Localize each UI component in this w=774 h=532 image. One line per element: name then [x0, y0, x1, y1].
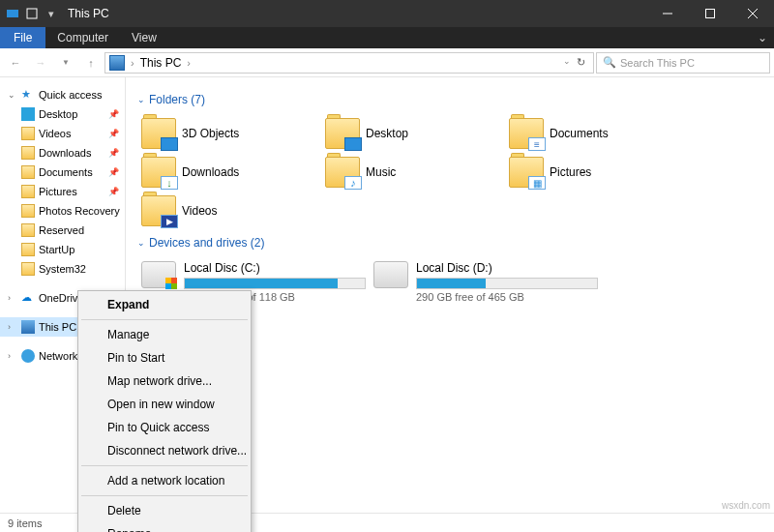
chevron-right-icon[interactable]: › — [8, 322, 17, 332]
sidebar-item-label: Network — [39, 350, 77, 362]
watermark: wsxdn.com — [722, 500, 770, 511]
section-title: Devices and drives (2) — [149, 236, 264, 250]
context-menu-item[interactable]: Pin to Quick access — [80, 416, 249, 439]
folder-label: Videos — [182, 204, 217, 218]
folder-label: Desktop — [366, 127, 408, 140]
sidebar-item-label: StartUp — [39, 244, 74, 255]
folder-icon — [141, 118, 176, 149]
drive-name: Local Disc (C:) — [184, 261, 366, 275]
folder-label: Pictures — [550, 165, 591, 179]
up-button[interactable]: ↑ — [79, 51, 103, 74]
sidebar-item-reserved[interactable]: Reserved — [0, 221, 125, 240]
context-menu-item[interactable]: Open in new window — [80, 393, 249, 416]
sidebar-item-desktop[interactable]: Desktop📌 — [0, 104, 125, 124]
search-placeholder: Search This PC — [620, 57, 695, 69]
folder-item[interactable]: Downloads — [137, 153, 321, 192]
qat-dropdown-icon[interactable]: ▾ — [45, 7, 58, 20]
minimize-button[interactable] — [646, 0, 689, 27]
pin-icon: 📌 — [108, 129, 119, 138]
context-menu-item[interactable]: Pin to Start — [80, 346, 249, 369]
search-input[interactable]: 🔍 Search This PC — [596, 52, 770, 74]
status-item-count: 9 items — [8, 517, 42, 529]
breadcrumb-location[interactable]: This PC — [140, 56, 182, 70]
drive-item[interactable]: Local Disc (D:)290 GB free of 465 GB — [370, 257, 602, 307]
drive-usage-bar — [416, 278, 598, 289]
window-title: This PC — [64, 7, 109, 20]
folder-label: 3D Objects — [182, 127, 239, 140]
folder-icon — [141, 195, 176, 226]
chevron-down-icon[interactable]: ⌄ — [8, 90, 17, 100]
forward-button[interactable]: → — [29, 51, 52, 74]
folder-item[interactable]: Music — [321, 153, 505, 192]
context-menu-item[interactable]: Rename — [80, 522, 249, 532]
address-dropdown-icon[interactable]: ⌄ — [563, 56, 571, 69]
chevron-right-icon[interactable]: › — [8, 293, 17, 303]
context-menu-item[interactable]: Map network drive... — [80, 369, 249, 393]
chevron-right-icon[interactable]: › — [8, 351, 17, 361]
sidebar-item-label: Documents — [39, 166, 93, 178]
tab-view[interactable]: View — [120, 27, 168, 48]
address-bar[interactable]: › This PC › ⌄ ↻ — [104, 52, 594, 74]
folder-icon — [21, 127, 35, 140]
section-header-drives[interactable]: ⌄ Devices and drives (2) — [137, 236, 762, 250]
folder-icon — [21, 262, 35, 276]
sidebar-item-label: Quick access — [39, 89, 102, 101]
folder-item[interactable]: Videos — [137, 192, 321, 230]
breadcrumb-separator: › — [185, 57, 193, 69]
sidebar-item-label: Desktop — [39, 108, 77, 120]
drive-name: Local Disc (D:) — [416, 261, 598, 275]
qat-icon[interactable] — [25, 7, 39, 20]
back-button[interactable]: ← — [4, 51, 27, 74]
tab-computer[interactable]: Computer — [45, 27, 120, 48]
folder-icon — [21, 185, 35, 198]
sidebar-item-videos[interactable]: Videos📌 — [0, 124, 125, 143]
context-menu-item[interactable]: Disconnect network drive... — [80, 439, 249, 462]
folder-icon — [141, 157, 176, 188]
navigation-bar: ← → ▼ ↑ › This PC › ⌄ ↻ 🔍 Search This PC — [0, 48, 774, 77]
drive-usage-bar — [184, 278, 366, 289]
folder-icon — [21, 223, 35, 237]
folder-item[interactable]: Documents — [505, 114, 689, 153]
folder-icon — [509, 118, 544, 149]
folder-item[interactable]: Desktop — [321, 114, 505, 153]
refresh-icon[interactable]: ↻ — [573, 56, 589, 69]
folder-item[interactable]: 3D Objects — [137, 114, 321, 153]
drive-icon — [141, 261, 176, 288]
context-menu-item[interactable]: Manage — [80, 323, 249, 346]
sidebar-item-downloads[interactable]: Downloads📌 — [0, 143, 125, 163]
sidebar-item-pictures[interactable]: Pictures📌 — [0, 182, 125, 201]
tab-file[interactable]: File — [0, 27, 45, 48]
folder-icon — [325, 118, 360, 149]
context-menu-item[interactable]: Delete — [80, 499, 249, 522]
sidebar-item-startup[interactable]: StartUp — [0, 240, 125, 259]
sidebar-item-label: This PC — [39, 321, 76, 333]
section-header-folders[interactable]: ⌄ Folders (7) — [137, 93, 762, 106]
context-menu-item[interactable]: Add a network location — [80, 469, 249, 492]
this-pc-icon — [109, 55, 125, 71]
folder-icon — [325, 157, 360, 188]
star-icon: ★ — [21, 88, 35, 102]
sidebar-item-label: Reserved — [39, 224, 84, 236]
sidebar-item-photos-recovery[interactable]: Photos Recovery — [0, 201, 125, 221]
maximize-button[interactable] — [689, 0, 731, 27]
ribbon-expand-icon[interactable]: ⌄ — [751, 27, 774, 48]
sidebar-item-system32[interactable]: System32 — [0, 259, 125, 279]
context-menu-separator — [81, 319, 248, 320]
system-menu-icon[interactable] — [6, 7, 19, 20]
desktop-icon — [21, 107, 35, 121]
sidebar-item-label: Videos — [39, 128, 71, 139]
folder-item[interactable]: Pictures — [505, 153, 689, 192]
section-title: Folders (7) — [149, 93, 205, 106]
folder-icon — [21, 146, 35, 160]
sidebar-item-quick-access[interactable]: ⌄ ★ Quick access — [0, 85, 125, 104]
network-icon — [21, 349, 35, 363]
svg-rect-3 — [706, 10, 715, 18]
sidebar-item-documents[interactable]: Documents📌 — [0, 163, 125, 182]
pin-icon: 📌 — [108, 109, 119, 119]
close-button[interactable] — [731, 0, 774, 27]
recent-locations-button[interactable]: ▼ — [54, 51, 77, 74]
folder-label: Music — [366, 165, 396, 179]
context-menu-separator — [81, 465, 248, 466]
context-menu-item[interactable]: Expand — [80, 293, 249, 316]
svg-rect-0 — [7, 10, 18, 17]
